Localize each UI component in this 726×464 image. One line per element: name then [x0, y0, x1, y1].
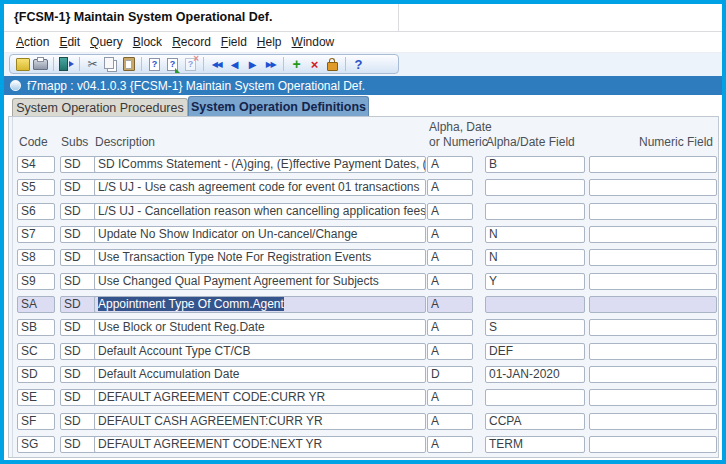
- subs-field[interactable]: SD: [60, 436, 98, 453]
- copy-icon[interactable]: [102, 56, 119, 73]
- menu-item-action[interactable]: Action: [16, 35, 49, 49]
- alpha-date-value-field[interactable]: N: [485, 226, 585, 243]
- alpha-date-numeric-field[interactable]: A: [427, 436, 473, 453]
- lock-record-icon[interactable]: [324, 56, 341, 73]
- description-field[interactable]: DEFAULT AGREEMENT CODE:CURR YR: [94, 389, 426, 406]
- alpha-date-value-field[interactable]: [485, 179, 585, 196]
- description-field[interactable]: DEFAULT CASH AGREEMENT:CURR YR: [94, 413, 426, 430]
- description-field[interactable]: SD IComms Statement - (A)ging, (E)ffecti…: [94, 156, 426, 173]
- code-field[interactable]: S7: [17, 226, 55, 243]
- code-field[interactable]: SG: [17, 436, 55, 453]
- numeric-value-field[interactable]: [589, 273, 717, 290]
- menu-item-record[interactable]: Record: [172, 35, 211, 49]
- alpha-date-value-field[interactable]: Y: [485, 273, 585, 290]
- code-field[interactable]: S8: [17, 249, 55, 266]
- alpha-date-numeric-field[interactable]: A: [427, 203, 473, 220]
- code-field[interactable]: SC: [17, 343, 55, 360]
- subs-field[interactable]: SD: [60, 389, 98, 406]
- code-field[interactable]: S9: [17, 273, 55, 290]
- description-field[interactable]: DEFAULT AGREEMENT CODE:NEXT YR: [94, 436, 426, 453]
- alpha-date-numeric-field[interactable]: A: [427, 319, 473, 336]
- alpha-date-value-field[interactable]: 01-JAN-2020: [485, 366, 585, 383]
- execute-query-icon[interactable]: ?: [164, 56, 181, 73]
- code-field[interactable]: SA: [17, 296, 55, 313]
- code-field[interactable]: SB: [17, 319, 55, 336]
- numeric-value-field[interactable]: [589, 179, 717, 196]
- menu-item-edit[interactable]: Edit: [59, 35, 80, 49]
- paste-icon[interactable]: [120, 56, 137, 73]
- subs-field[interactable]: SD: [60, 319, 98, 336]
- numeric-value-field[interactable]: [589, 203, 717, 220]
- delete-record-icon[interactable]: ×: [306, 56, 323, 73]
- alpha-date-numeric-field[interactable]: A: [427, 413, 473, 430]
- alpha-date-numeric-field[interactable]: D: [427, 366, 473, 383]
- previous-block-icon[interactable]: ◀◀: [208, 56, 225, 73]
- numeric-value-field[interactable]: [589, 389, 717, 406]
- code-field[interactable]: S6: [17, 203, 55, 220]
- description-field[interactable]: Default Accumulation Date: [94, 366, 426, 383]
- alpha-date-numeric-field[interactable]: A: [427, 343, 473, 360]
- subs-field[interactable]: SD: [60, 366, 98, 383]
- subs-field[interactable]: SD: [60, 413, 98, 430]
- next-block-icon[interactable]: ▶▶: [262, 56, 279, 73]
- previous-record-icon[interactable]: ◀: [226, 56, 243, 73]
- menu-item-field[interactable]: Field: [221, 35, 247, 49]
- numeric-value-field[interactable]: [589, 319, 717, 336]
- help-icon[interactable]: ?: [350, 56, 367, 73]
- cut-icon[interactable]: ✂: [84, 56, 101, 73]
- description-field[interactable]: L/S UJ - Use cash agreement code for eve…: [94, 179, 426, 196]
- alpha-date-value-field[interactable]: [485, 389, 585, 406]
- alpha-date-value-field[interactable]: S: [485, 319, 585, 336]
- numeric-value-field[interactable]: [589, 156, 717, 173]
- print-icon[interactable]: [32, 56, 49, 73]
- code-field[interactable]: SD: [17, 366, 55, 383]
- description-field[interactable]: Appointment Type Of Comm.Agent: [94, 296, 426, 313]
- tab-system-operation-procedures[interactable]: System Operation Procedures: [12, 98, 188, 117]
- alpha-date-value-field[interactable]: [485, 296, 585, 313]
- tab-system-operation-definitions[interactable]: System Operation Definitions: [188, 96, 369, 117]
- numeric-value-field[interactable]: [589, 343, 717, 360]
- subs-field[interactable]: SD: [60, 273, 98, 290]
- menu-item-window[interactable]: Window: [292, 35, 335, 49]
- alpha-date-numeric-field[interactable]: A: [427, 179, 473, 196]
- subs-field[interactable]: SD: [60, 249, 98, 266]
- description-field[interactable]: Use Block or Student Reg.Date: [94, 319, 426, 336]
- description-field[interactable]: Default Account Type CT/CB: [94, 343, 426, 360]
- alpha-date-value-field[interactable]: TERM: [485, 436, 585, 453]
- description-field[interactable]: L/S UJ - Cancellation reason when cancel…: [94, 203, 426, 220]
- numeric-value-field[interactable]: [589, 366, 717, 383]
- subs-field[interactable]: SD: [60, 343, 98, 360]
- description-field[interactable]: Use Transaction Type Note For Registrati…: [94, 249, 426, 266]
- subs-field[interactable]: SD: [60, 156, 98, 173]
- alpha-date-value-field[interactable]: DEF: [485, 343, 585, 360]
- alpha-date-value-field[interactable]: B: [485, 156, 585, 173]
- description-field[interactable]: Update No Show Indicator on Un-cancel/Ch…: [94, 226, 426, 243]
- enter-query-icon[interactable]: ?: [146, 56, 163, 73]
- alpha-date-numeric-field[interactable]: A: [427, 273, 473, 290]
- alpha-date-numeric-field[interactable]: A: [427, 156, 473, 173]
- menu-item-query[interactable]: Query: [90, 35, 123, 49]
- description-field[interactable]: Use Changed Qual Payment Agreement for S…: [94, 273, 426, 290]
- next-record-icon[interactable]: ▶: [244, 56, 261, 73]
- subs-field[interactable]: SD: [60, 296, 98, 313]
- alpha-date-value-field[interactable]: N: [485, 249, 585, 266]
- subs-field[interactable]: SD: [60, 226, 98, 243]
- alpha-date-numeric-field[interactable]: A: [427, 226, 473, 243]
- code-field[interactable]: S5: [17, 179, 55, 196]
- alpha-date-value-field[interactable]: CCPA: [485, 413, 585, 430]
- alpha-date-numeric-field[interactable]: A: [427, 296, 473, 313]
- code-field[interactable]: SF: [17, 413, 55, 430]
- insert-record-icon[interactable]: +: [288, 56, 305, 73]
- numeric-value-field[interactable]: [589, 249, 717, 266]
- numeric-value-field[interactable]: [589, 296, 717, 313]
- numeric-value-field[interactable]: [589, 226, 717, 243]
- menu-item-block[interactable]: Block: [133, 35, 162, 49]
- subs-field[interactable]: SD: [60, 179, 98, 196]
- subs-field[interactable]: SD: [60, 203, 98, 220]
- save-icon[interactable]: [14, 56, 31, 73]
- code-field[interactable]: S4: [17, 156, 55, 173]
- alpha-date-value-field[interactable]: [485, 203, 585, 220]
- exit-icon[interactable]: [58, 56, 75, 73]
- numeric-value-field[interactable]: [589, 436, 717, 453]
- alpha-date-numeric-field[interactable]: A: [427, 389, 473, 406]
